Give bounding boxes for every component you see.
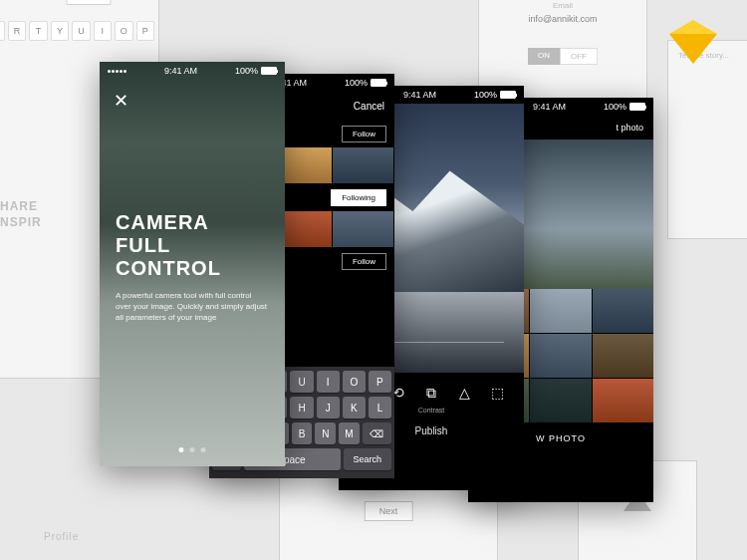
status-time: 9:41 AM	[403, 90, 436, 100]
status-battery-text: 100%	[235, 66, 258, 76]
key-backspace[interactable]: ⌫	[363, 422, 391, 444]
gallery-thumb[interactable]	[530, 334, 591, 378]
photo-thumb[interactable]	[333, 211, 393, 247]
wire-profile-text: Profile	[44, 531, 79, 542]
follow-button[interactable]: Follow	[342, 253, 386, 270]
phone-screens-group: 9:41 AM 100% ✕ CAMERA FULL CONTROL A pow…	[100, 62, 677, 520]
more-icon[interactable]: ⬚	[488, 384, 506, 402]
key-k[interactable]: K	[343, 397, 366, 419]
wire-keyboard-row: W E R T Y U I O P	[0, 21, 154, 41]
key-u[interactable]: U	[290, 371, 313, 393]
wire-email: info@annikit.com	[479, 14, 646, 24]
page-indicator[interactable]	[179, 447, 206, 452]
status-bar: 9:41 AM 100%	[100, 62, 285, 80]
gallery-thumb[interactable]	[593, 334, 653, 378]
key-p[interactable]: P	[369, 371, 391, 393]
key-l[interactable]: L	[369, 397, 391, 419]
wire-inspire-text: NSPIR	[0, 215, 42, 229]
wireframe-far-right: Tell the story...	[667, 40, 747, 239]
following-button[interactable]: Following	[331, 189, 386, 206]
hero-title-line2: FULL CONTROL	[116, 234, 269, 280]
key-b[interactable]: B	[292, 422, 313, 444]
screen-onboarding: 9:41 AM 100% ✕ CAMERA FULL CONTROL A pow…	[100, 62, 285, 466]
key-search[interactable]: Search	[344, 448, 391, 470]
status-battery-text: 100%	[474, 90, 497, 100]
key-n[interactable]: N	[315, 422, 336, 444]
key-i[interactable]: I	[317, 371, 340, 393]
gallery-thumb[interactable]	[530, 379, 591, 422]
hero-description: A powerful camera tool with full control…	[116, 290, 269, 324]
key-j[interactable]: J	[317, 397, 340, 419]
crop-icon[interactable]: ⧉	[422, 384, 440, 402]
gallery-thumb[interactable]	[530, 289, 591, 333]
pager-dot-3[interactable]	[201, 447, 206, 452]
status-time: 9:41 AM	[533, 102, 566, 112]
gallery-thumb[interactable]	[593, 289, 653, 333]
cancel-button[interactable]: Cancel	[354, 101, 384, 112]
wire-share-text: HARE	[0, 199, 38, 213]
close-icon[interactable]: ✕	[114, 90, 128, 112]
follow-button[interactable]: Follow	[342, 126, 386, 142]
status-battery-text: 100%	[604, 102, 626, 112]
gallery-thumb[interactable]	[593, 379, 653, 422]
gallery-header-text: t photo	[616, 123, 643, 133]
sketch-logo-icon	[669, 20, 717, 64]
key-o[interactable]: O	[343, 371, 366, 393]
photo-thumb[interactable]	[333, 147, 393, 183]
status-time: 9:41 AM	[164, 66, 197, 76]
pager-dot-1[interactable]	[179, 447, 184, 452]
wire-follow-btn: Follow	[67, 0, 112, 5]
key-m[interactable]: M	[339, 422, 360, 444]
wire-email-label: Email	[479, 1, 646, 10]
pager-dot-2[interactable]	[190, 447, 195, 452]
status-battery-text: 100%	[345, 78, 368, 88]
hero-title-line1: CAMERA	[116, 211, 269, 234]
key-h[interactable]: H	[290, 397, 313, 419]
filter-icon[interactable]: △	[455, 384, 473, 402]
hero-text-block: CAMERA FULL CONTROL A powerful camera to…	[116, 211, 269, 324]
